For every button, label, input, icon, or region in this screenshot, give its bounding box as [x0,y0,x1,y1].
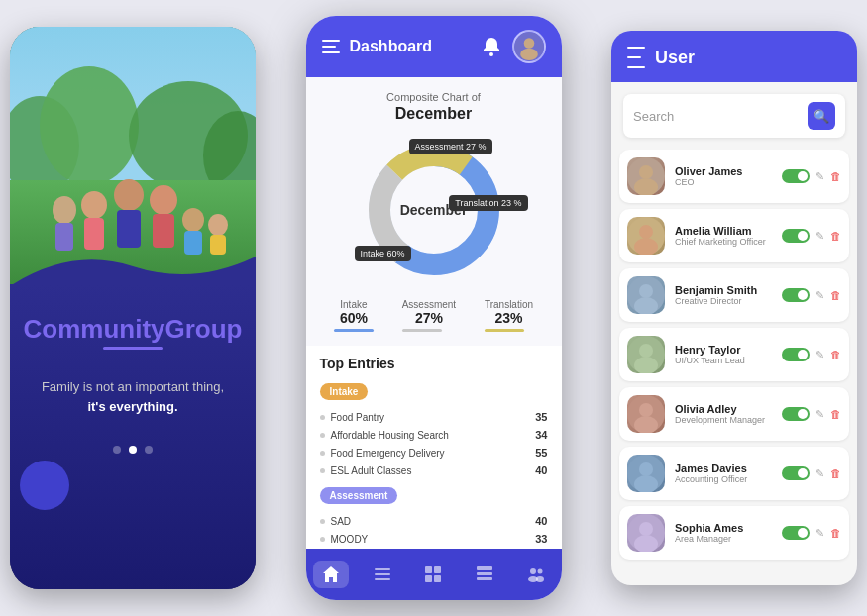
delete-sophia-ames-icon[interactable]: 🗑 [830,527,841,539]
svg-point-44 [639,225,653,239]
entry-esl-classes: ESL Adult Classes 40 [320,462,548,479]
edit-amelia-william-icon[interactable]: ✎ [815,230,824,243]
toggle-olivia-adley[interactable] [782,407,810,421]
nav-list[interactable] [365,561,400,588]
user-actions-james-davies: ✎ 🗑 [782,466,841,480]
svg-point-56 [639,462,653,476]
nav-grid[interactable] [415,561,451,588]
user-actions-olivia-adley: ✎ 🗑 [782,407,841,421]
svg-rect-13 [153,214,174,248]
edit-sophia-ames-icon[interactable]: ✎ [815,527,824,540]
user-avatar[interactable] [512,30,546,63]
user-actions-benjamin-smith: ✎ 🗑 [782,288,841,302]
right-screen: User Search 🔍 Oliver James CEO ✎ � [611,31,857,585]
svg-point-16 [208,214,228,236]
user-list: Oliver James CEO ✎ 🗑 Amelia William Chie… [611,150,857,585]
chart-section: Composite Chart of December December [306,77,562,346]
user-actions-henry-taylor: ✎ 🗑 [782,348,841,361]
svg-point-39 [536,576,544,582]
user-info-olivia-adley: Olivia Adley Development Manager [675,403,772,425]
family-photo [10,27,256,284]
avatar-james-davies [627,455,665,492]
translation-tooltip: Translation 23 % [449,195,527,211]
svg-rect-9 [84,218,104,250]
donut-chart: December Assessment 27 % Translation 23 … [355,131,513,289]
notification-bell-icon[interactable] [481,36,502,57]
svg-rect-34 [477,572,492,575]
avatar-sophia-ames [627,514,665,552]
user-info-benjamin-smith: Benjamin Smith Creative Director [675,284,772,306]
stat-assessment: Assessment 27% [402,299,456,332]
entry-food-emergency: Food Emergency Delivery 55 [320,444,548,462]
svg-point-21 [520,49,538,60]
svg-point-53 [639,403,653,417]
hamburger-menu-icon[interactable] [322,40,340,53]
edit-olivia-adley-icon[interactable]: ✎ [815,408,824,421]
chart-month: December [320,105,548,123]
dot-2[interactable] [129,446,137,454]
middle-screen: Dashboard Composite Chart of December [306,16,562,600]
svg-rect-35 [477,577,492,580]
intake-badge: Intake [320,383,369,400]
chart-subtitle: Composite Chart of [320,91,548,103]
left-screen: CommunityGroup Family is not an importan… [10,27,256,589]
delete-olivia-adley-icon[interactable]: 🗑 [830,408,841,420]
stat-intake: Intake 60% [334,299,374,332]
user-item-henry-taylor: Henry Taylor UI/UX Team Lead ✎ 🗑 [619,328,849,381]
user-actions-oliver-james: ✎ 🗑 [782,169,841,183]
dot-1[interactable] [113,446,121,454]
entry-food-pantry: Food Pantry 35 [320,408,548,426]
bottom-nav [306,549,562,600]
toggle-oliver-james[interactable] [782,169,810,183]
avatar-olivia-adley [627,395,665,433]
edit-oliver-james-icon[interactable]: ✎ [815,170,824,183]
svg-rect-33 [477,566,492,570]
svg-point-41 [639,165,653,179]
delete-oliver-james-icon[interactable]: 🗑 [830,170,841,182]
dot-3[interactable] [145,446,153,454]
entry-moody: MOODY 33 [320,530,548,548]
intake-tooltip: Intake 60% [355,246,411,261]
svg-point-6 [53,196,76,224]
toggle-sophia-ames[interactable] [782,526,810,540]
user-actions-sophia-ames: ✎ 🗑 [782,526,841,540]
tagline: Family is not an important thing, it's e… [42,377,224,416]
search-bar[interactable]: Search 🔍 [623,94,845,138]
svg-point-2 [40,66,139,185]
toggle-benjamin-smith[interactable] [782,288,810,302]
user-actions-amelia-william: ✎ 🗑 [782,229,841,243]
nav-table[interactable] [467,561,502,588]
edit-james-davies-icon[interactable]: ✎ [815,467,824,480]
delete-amelia-william-icon[interactable]: 🗑 [830,230,841,242]
edit-henry-taylor-icon[interactable]: ✎ [815,349,824,361]
assessment-tooltip: Assessment 27 % [409,139,492,154]
edit-benjamin-smith-icon[interactable]: ✎ [815,289,824,302]
svg-rect-11 [117,210,141,248]
entries-title: Top Entries [320,356,548,371]
svg-point-37 [537,569,542,574]
search-placeholder[interactable]: Search [633,109,800,124]
photo-section [10,27,256,284]
entries-section: Top Entries Intake Food Pantry 35 Afford… [306,346,562,549]
avatar-amelia-william [627,217,665,255]
user-item-olivia-adley: Olivia Adley Development Manager ✎ 🗑 [619,387,849,441]
assessment-badge: Assessment [320,487,398,504]
entry-sad: SAD 40 [320,512,548,530]
toggle-amelia-william[interactable] [782,229,810,243]
delete-henry-taylor-icon[interactable]: 🗑 [830,349,841,360]
toggle-james-davies[interactable] [782,466,810,480]
nav-users[interactable] [518,561,554,588]
user-info-sophia-ames: Sophia Ames Area Manager [675,522,772,544]
nav-home[interactable] [313,561,349,588]
bottom-section: CommunityGroup Family is not an importan… [10,284,256,589]
brand-name: CommunityGroup [24,314,243,369]
search-icon[interactable]: 🔍 [808,102,835,130]
toggle-henry-taylor[interactable] [782,348,810,361]
user-panel-title: User [655,48,695,68]
user-info-amelia-william: Amelia William Chief Marketing Officer [675,225,772,247]
delete-james-davies-icon[interactable]: 🗑 [830,467,841,479]
entry-housing-search: Affordable Housing Search 34 [320,426,548,444]
svg-point-47 [639,284,653,298]
delete-benjamin-smith-icon[interactable]: 🗑 [830,289,841,301]
user-hamburger-icon[interactable] [627,47,645,68]
